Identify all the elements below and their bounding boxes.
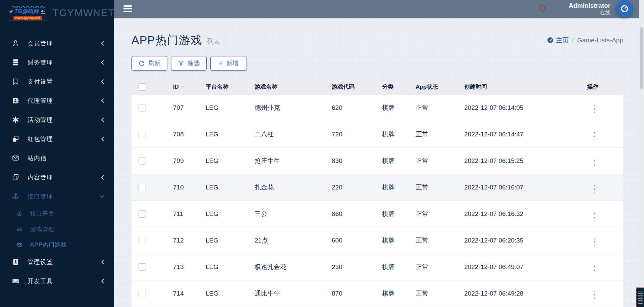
cell-check[interactable] <box>131 254 159 280</box>
sidebar-toggle-button[interactable] <box>123 5 132 12</box>
table-row[interactable]: 710LEG扎金花220棋牌正常2022-12-07 06:16:07 <box>131 174 623 201</box>
logout-power-button[interactable] <box>616 0 633 17</box>
table-row[interactable]: 713LEG极速扎金花230棋牌正常2022-12-07 06:49:07 <box>131 254 623 280</box>
row-actions-menu-icon[interactable] <box>592 237 597 247</box>
row-checkbox[interactable] <box>139 263 146 271</box>
notifications-bell-icon[interactable] <box>538 4 547 14</box>
table-row[interactable]: 708LEG二八杠720棋牌正常2022-12-07 06:14:47 <box>131 121 623 148</box>
gamepad-icon <box>16 241 23 248</box>
cell-created-time: 2022-12-07 06:16:32 <box>456 201 579 227</box>
cell-game-name: 三公 <box>247 201 324 227</box>
cell-actions[interactable] <box>579 174 623 201</box>
main-area: Administrator 在线 APP热门游戏 列表 主页 / Ga <box>114 0 644 307</box>
cell-check[interactable] <box>131 148 159 174</box>
refresh-button[interactable]: 刷新 <box>131 56 167 71</box>
row-checkbox[interactable] <box>139 184 146 191</box>
breadcrumb-home-link[interactable]: 主页 <box>547 36 569 45</box>
sidebar-item-activities[interactable]: 活动管理 <box>0 110 114 129</box>
column-header-game-code[interactable]: 游戏代码 <box>324 79 374 95</box>
row-checkbox[interactable] <box>139 290 146 297</box>
column-header-app-status[interactable]: App状态 <box>408 79 456 95</box>
sidebar-item-admin-settings[interactable]: 管理设置 <box>0 252 114 271</box>
filter-button[interactable]: 筛选 <box>171 56 207 71</box>
sidebar-subitem-app-hot-games[interactable]: APP热门游戏 <box>0 237 114 252</box>
vertical-scrollbar[interactable] <box>639 0 644 307</box>
cell-check[interactable] <box>131 201 159 227</box>
sidebar-item-content[interactable]: 内容管理 <box>0 168 114 187</box>
cell-id: 714 <box>159 280 198 307</box>
refresh-icon <box>139 60 145 67</box>
column-header-id[interactable]: ID↑ <box>159 79 198 95</box>
column-header-actions: 操作 <box>579 79 623 95</box>
cell-actions[interactable] <box>579 227 623 254</box>
column-header-platform[interactable]: 平台名称 <box>198 79 247 95</box>
cell-id: 713 <box>159 254 198 280</box>
row-actions-menu-icon[interactable] <box>592 131 597 141</box>
cell-created-time: 2022-12-07 06:15:25 <box>456 148 579 174</box>
cell-app-status: 正常 <box>408 174 456 201</box>
row-actions-menu-icon[interactable] <box>592 264 597 273</box>
row-actions-menu-icon[interactable] <box>592 158 597 167</box>
sidebar-logo-row[interactable]: TG源码网 www.tgymw.net TGYMWNET <box>0 0 114 26</box>
cell-actions[interactable] <box>579 280 623 307</box>
row-actions-menu-icon[interactable] <box>592 211 597 220</box>
cell-id: 708 <box>159 121 198 148</box>
table-row[interactable]: 714LEG通比牛牛870棋牌正常2022-12-07 06:49:28 <box>131 280 623 307</box>
user-info[interactable]: Administrator 在线 <box>569 2 610 16</box>
sidebar-item-payment[interactable]: 支付设置 <box>0 72 114 91</box>
table-row[interactable]: 709LEG抢庄牛牛830棋牌正常2022-12-07 06:15:25 <box>131 148 623 174</box>
scrollbar-thumb[interactable] <box>640 27 643 89</box>
sidebar-subitem-games[interactable]: 游戏管理 <box>0 221 114 237</box>
sidebar-item-label: 代理管理 <box>28 97 53 105</box>
cell-check[interactable] <box>131 227 159 254</box>
column-header-created-at[interactable]: 创建时间 <box>456 79 579 95</box>
cell-check[interactable] <box>131 280 159 307</box>
column-header-game-name[interactable]: 游戏名称 <box>247 79 324 95</box>
column-header-category[interactable]: 分类 <box>374 79 408 95</box>
cell-check[interactable] <box>131 95 159 121</box>
cell-actions[interactable] <box>579 148 623 174</box>
sidebar-item-finance[interactable]: 财务管理 <box>0 53 114 72</box>
cell-platform: LEG <box>198 95 247 121</box>
cell-game-code: 870 <box>324 280 374 307</box>
sidebar-item-redpacket[interactable]: 红包管理 <box>0 129 114 148</box>
cell-created-time: 2022-12-07 06:14:47 <box>456 121 579 148</box>
cell-check[interactable] <box>131 121 159 148</box>
add-new-button[interactable]: + 新增 <box>210 56 247 71</box>
cell-actions[interactable] <box>579 121 623 148</box>
sidebar-item-label: 会员管理 <box>28 39 53 47</box>
row-checkbox[interactable] <box>139 131 146 138</box>
sidebar-menu: 会员管理 财务管理 支付设置 <box>0 26 114 291</box>
table-row[interactable]: 711LEG三公860棋牌正常2022-12-07 06:16:32 <box>131 201 623 227</box>
sidebar-item-api[interactable]: 接口管理 <box>0 187 114 206</box>
sidebar-item-dev-tools[interactable]: 开发工具 <box>0 271 114 291</box>
cell-actions[interactable] <box>579 201 623 227</box>
cell-app-status: 正常 <box>408 95 456 121</box>
cell-game-name: 极速扎金花 <box>247 254 324 280</box>
table-row[interactable]: 712LEG21点600棋牌正常2022-12-07 06:20:35 <box>131 227 623 254</box>
row-checkbox[interactable] <box>139 210 146 218</box>
select-all-checkbox[interactable] <box>139 83 146 91</box>
cell-game-name: 二八杠 <box>247 121 324 148</box>
cell-game-code: 860 <box>324 201 374 227</box>
power-icon <box>620 4 630 14</box>
cell-check[interactable] <box>131 174 159 201</box>
row-checkbox[interactable] <box>139 104 146 112</box>
cell-platform: LEG <box>198 174 247 201</box>
breadcrumb-home-label: 主页 <box>556 36 569 45</box>
row-actions-menu-icon[interactable] <box>592 184 597 194</box>
row-checkbox[interactable] <box>139 237 146 244</box>
row-actions-menu-icon[interactable] <box>592 290 597 300</box>
cell-actions[interactable] <box>579 95 623 121</box>
sidebar-item-agents[interactable]: 代理管理 <box>0 91 114 110</box>
keyboard-icon <box>11 277 19 285</box>
sidebar-item-messages[interactable]: 站内信 <box>0 148 114 168</box>
sidebar-subitem-api-switch[interactable]: 接口开关 <box>0 206 114 221</box>
sidebar-item-members[interactable]: 会员管理 <box>0 34 114 53</box>
sidebar-item-label: 接口开关 <box>30 210 54 218</box>
row-actions-menu-icon[interactable] <box>592 104 597 114</box>
cell-actions[interactable] <box>579 254 623 280</box>
row-checkbox[interactable] <box>139 157 146 165</box>
table-row[interactable]: 707LEG德州扑克620棋牌正常2022-12-07 06:14:05 <box>131 95 623 121</box>
chevron-down-icon <box>99 194 105 199</box>
